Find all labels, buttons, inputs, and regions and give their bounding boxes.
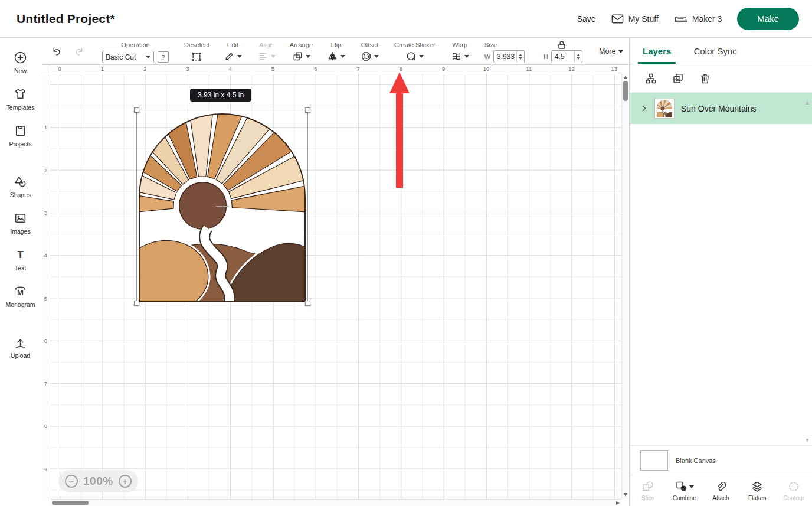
horizontal-ruler: 012345678910111213 xyxy=(50,65,621,73)
aspect-lock-button[interactable] xyxy=(558,40,566,50)
height-spin-buttons[interactable] xyxy=(574,51,582,63)
zoom-level: 100% xyxy=(83,475,113,488)
sidebar-item-images[interactable]: Images xyxy=(0,205,41,241)
chevron-down-icon xyxy=(237,55,242,58)
machine-icon xyxy=(674,14,687,24)
chevron-down-icon xyxy=(146,56,150,58)
flip-button[interactable] xyxy=(327,51,345,62)
group-button[interactable] xyxy=(645,73,657,84)
delete-button[interactable] xyxy=(699,73,711,84)
attach-icon xyxy=(714,480,727,493)
chevron-down-icon xyxy=(419,55,424,58)
height-stepper xyxy=(551,50,582,63)
resize-handle-top-right[interactable] xyxy=(305,107,310,113)
height-input[interactable] xyxy=(552,51,574,63)
slice-icon xyxy=(641,480,654,493)
lock-icon xyxy=(558,40,566,50)
align-button[interactable] xyxy=(257,51,276,62)
flatten-button[interactable]: Flatten xyxy=(739,475,775,506)
make-button[interactable]: Make xyxy=(737,8,799,30)
tab-color-sync[interactable]: Color Sync xyxy=(693,38,736,64)
width-input[interactable] xyxy=(494,51,516,63)
flip-group: Flip xyxy=(320,38,352,64)
layers-bottom-bar: Slice Combine Attach xyxy=(630,475,812,506)
group-icon xyxy=(645,73,657,84)
create-sticker-group: Create Sticker xyxy=(387,38,443,64)
sidebar-item-upload[interactable]: Upload xyxy=(0,329,41,365)
blank-canvas-row: Blank Canvas xyxy=(630,445,812,475)
duplicate-button[interactable] xyxy=(672,73,684,84)
canvas-grid[interactable]: 3.93 in x 4.5 in − 100% + xyxy=(50,73,621,499)
projects-icon xyxy=(14,124,27,138)
scroll-up-icon[interactable] xyxy=(624,76,627,79)
redo-button[interactable] xyxy=(74,46,85,57)
contour-button[interactable]: Contour xyxy=(775,475,812,506)
templates-icon xyxy=(14,87,27,101)
operation-select[interactable]: Basic Cut xyxy=(102,51,154,63)
chevron-down-icon xyxy=(374,55,379,58)
layers-panel: Layers Color Sync xyxy=(629,38,812,506)
save-button[interactable]: Save xyxy=(577,14,596,24)
edit-button[interactable] xyxy=(224,51,242,62)
sidebar-item-templates[interactable]: Templates xyxy=(0,81,41,117)
size-label: Size xyxy=(484,41,497,48)
scroll-right-icon[interactable] xyxy=(616,501,620,505)
canvas-vertical-scrollbar[interactable] xyxy=(621,73,629,499)
undo-button[interactable] xyxy=(51,46,62,57)
help-button[interactable]: ? xyxy=(158,51,169,63)
vertical-ruler: 123456789 xyxy=(42,73,50,499)
more-button[interactable]: More xyxy=(590,38,633,64)
annotation-arrow-create-sticker xyxy=(388,71,411,189)
zoom-in-button[interactable]: + xyxy=(119,475,132,488)
blank-canvas-swatch[interactable] xyxy=(640,450,668,471)
resize-handle-bottom-left[interactable] xyxy=(134,301,139,306)
selection-size-tooltip: 3.93 in x 4.5 in xyxy=(190,89,251,102)
warp-group: Warp xyxy=(444,38,476,64)
warp-button[interactable] xyxy=(451,51,469,62)
arrange-icon xyxy=(292,51,303,62)
width-label: W xyxy=(484,53,490,60)
slice-button[interactable]: Slice xyxy=(630,475,666,506)
operation-label: Operation xyxy=(121,41,149,48)
vertical-scroll-thumb[interactable] xyxy=(623,81,628,101)
trash-icon xyxy=(699,73,711,84)
horizontal-scroll-thumb[interactable] xyxy=(52,501,89,505)
attach-button[interactable]: Attach xyxy=(703,475,739,506)
app-window: Untitled Project* Save My Stuff Maker 3 … xyxy=(0,0,812,506)
sidebar-item-projects[interactable]: Projects xyxy=(0,117,41,154)
flip-icon xyxy=(327,51,338,62)
undo-icon xyxy=(51,46,62,57)
sidebar-item-monogram[interactable]: M Monogram xyxy=(0,278,41,315)
panel-scroll-down-icon[interactable] xyxy=(806,439,809,442)
width-stepper xyxy=(493,50,525,63)
selection-box[interactable] xyxy=(136,110,308,303)
arrange-button[interactable] xyxy=(292,51,310,62)
chevron-down-icon xyxy=(464,55,469,58)
chevron-right-icon[interactable] xyxy=(640,104,648,113)
zoom-out-button[interactable]: − xyxy=(65,475,78,488)
flatten-icon xyxy=(751,480,764,493)
machine-selector[interactable]: Maker 3 xyxy=(674,14,722,24)
header: Untitled Project* Save My Stuff Maker 3 … xyxy=(0,0,812,38)
layers-toolbar xyxy=(630,64,812,93)
create-sticker-button[interactable] xyxy=(405,51,424,62)
width-spin-buttons[interactable] xyxy=(516,51,524,63)
edit-toolbar: Operation Basic Cut ? Deselect xyxy=(42,38,629,65)
scroll-down-icon[interactable] xyxy=(624,493,627,497)
my-stuff-button[interactable]: My Stuff xyxy=(611,14,659,24)
combine-button[interactable]: Combine xyxy=(666,475,703,506)
deselect-button[interactable] xyxy=(191,51,202,63)
layer-row-sun-over-mountains[interactable]: Sun Over Mountains xyxy=(630,93,812,124)
upload-icon xyxy=(14,335,27,349)
offset-button[interactable] xyxy=(361,51,379,62)
sidebar-item-new[interactable]: New xyxy=(0,44,41,81)
tab-layers[interactable]: Layers xyxy=(643,38,671,64)
sidebar-item-text[interactable]: T Text xyxy=(0,241,41,278)
panel-scroll-up-icon[interactable] xyxy=(806,101,809,105)
resize-handle-bottom-right[interactable] xyxy=(305,301,310,306)
resize-handle-top-left[interactable] xyxy=(134,107,139,113)
canvas-horizontal-scrollbar[interactable] xyxy=(50,499,621,506)
chevron-down-icon xyxy=(618,50,623,53)
sidebar-item-shapes[interactable]: Shapes xyxy=(0,168,41,205)
chevron-down-icon xyxy=(340,55,345,58)
